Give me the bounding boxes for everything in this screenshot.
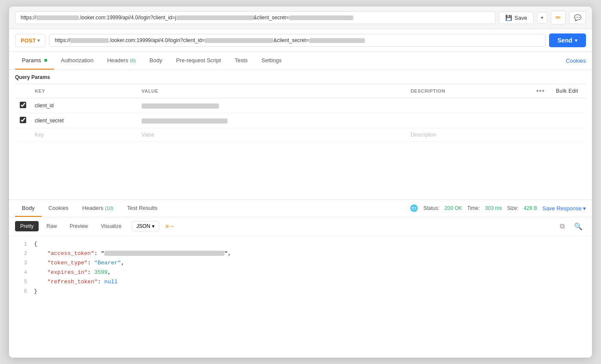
format-tab-visualize-label: Visualize: [101, 223, 121, 229]
placeholder-extra: [529, 128, 552, 142]
format-select[interactable]: JSON ▾: [132, 221, 159, 231]
json-brace-open: {: [34, 241, 37, 247]
cookies-link[interactable]: Cookies: [566, 52, 586, 69]
size-value: 428 B: [524, 205, 537, 211]
bottom-panel: Body Cookies Headers (10) Test Results 🌐…: [9, 200, 592, 358]
row1-value[interactable]: [137, 98, 407, 113]
col-bulk-edit: Bulk Edit: [552, 84, 586, 98]
send-button[interactable]: Send ▾: [549, 33, 586, 47]
line-num-5: 5: [15, 278, 27, 286]
response-tab-body[interactable]: Body: [15, 200, 42, 217]
json-key-access-token: "access_token": [47, 250, 94, 257]
json-value-token-type: "Bearer": [94, 260, 121, 266]
app-window: https://.looker.com:19999/api/4.0/login?…: [9, 6, 592, 358]
row2-value[interactable]: [137, 113, 407, 128]
url-redacted-3: [289, 15, 353, 20]
json-quote-close-2: ",: [225, 250, 231, 257]
placeholder-description[interactable]: Description: [406, 128, 529, 142]
tab-prerequest[interactable]: Pre-request Script: [169, 52, 228, 70]
send-dropdown-icon: ▾: [575, 38, 577, 43]
tab-authorization-label: Authorization: [61, 57, 94, 64]
format-tab-pretty-label: Pretty: [20, 223, 33, 229]
url-prefix: https://: [21, 15, 36, 21]
copy-icon[interactable]: ⧉: [556, 221, 568, 232]
row1-checkbox[interactable]: [20, 102, 26, 108]
line-num-6: 6: [15, 287, 27, 296]
tab-headers[interactable]: Headers (6): [100, 52, 143, 70]
tab-params-label: Params: [22, 57, 41, 64]
wrap-icon[interactable]: ≡→: [162, 221, 178, 231]
request-url-display[interactable]: https://.looker.com:19999/api/4.0/login?…: [49, 34, 545, 47]
row1-value-redacted: [142, 103, 219, 109]
tab-authorization[interactable]: Authorization: [54, 52, 100, 70]
json-line-6: 6}: [15, 287, 586, 296]
response-tab-cookies[interactable]: Cookies: [42, 200, 76, 217]
search-code-icon[interactable]: 🔍: [571, 221, 586, 232]
row2-checkbox[interactable]: [20, 117, 26, 123]
tab-prerequest-label: Pre-request Script: [176, 57, 221, 64]
pencil-icon-button[interactable]: ✏: [551, 11, 566, 24]
response-headers-badge: (10): [105, 206, 113, 211]
line-num-4: 4: [15, 268, 27, 277]
json-comma-3: ,: [121, 260, 124, 266]
response-tab-test-results-label: Test Results: [127, 205, 158, 211]
method-dropdown-icon: ▾: [37, 38, 40, 43]
top-bar: https://.looker.com:19999/api/4.0/login?…: [9, 6, 592, 29]
url-amp: &client_secret=: [254, 15, 289, 21]
method-label: POST: [21, 37, 36, 44]
three-dots-icon[interactable]: •••: [534, 87, 547, 94]
tab-tests-label: Tests: [235, 57, 248, 64]
format-tab-visualize[interactable]: Visualize: [96, 221, 127, 231]
placeholder-key[interactable]: Key: [30, 128, 137, 142]
tab-body[interactable]: Body: [143, 52, 169, 70]
save-response-button[interactable]: Save Response ▾: [542, 205, 586, 212]
row1-checkbox-cell: [15, 98, 30, 113]
save-dropdown-button[interactable]: ▾: [537, 12, 547, 24]
json-colon-2: : ": [94, 250, 104, 257]
request-bar: POST ▾ https://.looker.com:19999/api/4.0…: [9, 29, 592, 52]
format-tab-raw[interactable]: Raw: [41, 221, 62, 231]
response-tab-headers[interactable]: Headers (10): [76, 200, 120, 217]
json-brace-close: }: [34, 288, 37, 294]
json-colon-3: :: [88, 260, 94, 266]
json-line-5: 5 "refresh_token": null: [15, 277, 586, 287]
col-description-header: DESCRIPTION: [406, 84, 529, 98]
row2-key[interactable]: client_secret: [30, 113, 137, 128]
comment-icon-button[interactable]: 💬: [569, 11, 586, 24]
url-redacted-1: [36, 15, 79, 20]
tab-settings[interactable]: Settings: [255, 52, 288, 70]
tab-body-label: Body: [149, 57, 162, 64]
format-select-arrow: ▾: [152, 223, 155, 229]
tab-headers-label: Headers: [107, 57, 128, 64]
json-line-1: 1{: [15, 240, 586, 249]
bulk-edit-button[interactable]: Bulk Edit: [556, 88, 578, 94]
response-tab-headers-label: Headers: [82, 205, 103, 211]
line-num-1: 1: [15, 240, 27, 249]
req-url-amp: &client_secret=: [273, 37, 309, 43]
params-section: Query Params KEY VALUE DESCRIPTION ••• B…: [9, 70, 592, 142]
col-dots: •••: [529, 84, 552, 98]
row2-description[interactable]: [406, 113, 529, 128]
format-tab-preview[interactable]: Preview: [64, 221, 93, 231]
method-select[interactable]: POST ▾: [15, 34, 46, 47]
send-label: Send: [558, 37, 572, 44]
tab-params[interactable]: Params: [15, 52, 54, 70]
headers-badge: (6): [130, 58, 136, 63]
row1-description[interactable]: [406, 98, 529, 113]
row2-checkbox-cell: [15, 113, 30, 128]
json-key-expires-in: "expires_in": [47, 269, 88, 276]
response-tab-test-results[interactable]: Test Results: [120, 200, 164, 217]
req-url-redacted-3: [309, 38, 365, 43]
row2-extra2: [552, 113, 586, 128]
format-tab-preview-label: Preview: [70, 223, 88, 229]
line-num-2: 2: [15, 249, 27, 258]
globe-icon: 🌐: [410, 204, 418, 212]
format-tab-pretty[interactable]: Pretty: [15, 221, 39, 231]
table-row: client_secret: [15, 113, 586, 128]
row1-key[interactable]: client_id: [30, 98, 137, 113]
format-tab-raw-label: Raw: [46, 223, 57, 229]
save-button[interactable]: 💾 Save: [499, 12, 534, 24]
params-table: KEY VALUE DESCRIPTION ••• Bulk Edit: [15, 84, 586, 142]
placeholder-value[interactable]: Value: [137, 128, 407, 142]
tab-tests[interactable]: Tests: [228, 52, 255, 70]
